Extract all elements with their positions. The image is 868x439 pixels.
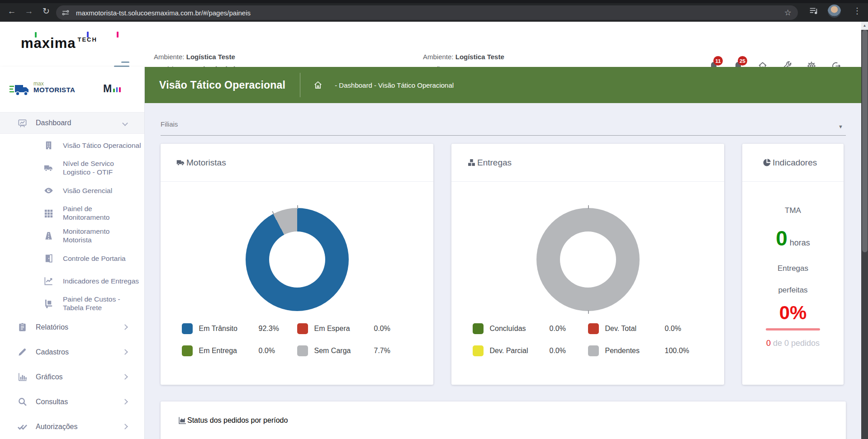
legend-item-em-espera[interactable]: Em Espera 0.0%	[297, 323, 413, 334]
app-header: maximaTECH Ambiente: Logística Teste Usu…	[0, 22, 868, 67]
perfect-deliveries-label-2: perfeitas	[742, 286, 844, 295]
environment-value-2: Logística Teste	[455, 53, 504, 61]
reading-list-icon[interactable]	[809, 6, 819, 16]
entregas-card-header: Entregas	[451, 144, 724, 182]
legend-item-concluidas[interactable]: Concluídas 0.0%	[473, 323, 588, 334]
legend-swatch	[588, 323, 599, 334]
page-scrollbar[interactable]: ▲	[861, 22, 868, 439]
legend-item-em-entrega[interactable]: Em Entrega 0.0%	[182, 345, 297, 356]
browser-toolbar: ← → ↻ maxmotorista-tst.solucoesmaxima.co…	[0, 0, 868, 22]
dashboard-icon	[17, 118, 28, 128]
chevron-right-icon	[122, 324, 128, 330]
area-chart-icon	[178, 415, 187, 425]
status-pedidos-card: Status dos pedidos por período	[161, 401, 846, 439]
entregas-legend: Concluídas 0.0% Dev. Total 0.0% Dev. Par…	[451, 323, 724, 356]
eye-icon	[43, 185, 54, 196]
legend-item-pendentes[interactable]: Pendentes 100.0%	[588, 345, 703, 356]
indicadores-title: Indicadores	[773, 158, 817, 168]
sidebar-item-painel-de-custos-tabela-frete[interactable]: Painel de Custos -Tabela Frete	[0, 292, 144, 315]
breadcrumb-home-icon[interactable]	[313, 80, 323, 90]
sidebar-item-cadastros[interactable]: Cadastros	[0, 340, 144, 364]
legend-swatch	[182, 345, 193, 356]
legend-swatch	[473, 345, 484, 356]
legend-item-sem-carga[interactable]: Sem Carga 7.7%	[297, 345, 413, 356]
app-window: ← → ↻ maxmotorista-tst.solucoesmaxima.co…	[0, 0, 868, 439]
building-icon	[43, 140, 54, 151]
perfect-deliveries-value: 0%	[742, 302, 844, 324]
pencil-icon	[17, 347, 28, 357]
profile-avatar[interactable]	[828, 5, 841, 18]
status-pedidos-header: Status dos pedidos por período	[161, 401, 846, 439]
sidebar-item-painel-de-monitoramento[interactable]: Painel deMonitoramento	[0, 202, 144, 224]
entregas-donut-chart[interactable]	[536, 208, 640, 311]
logo-tick-blue	[87, 32, 89, 38]
door-icon	[43, 253, 54, 264]
legend-swatch	[182, 323, 193, 334]
legend-item-em-transito[interactable]: Em Trânsito 92.3%	[182, 323, 297, 334]
scrollbar-thumb[interactable]	[862, 30, 868, 252]
main-content: Filiais ▼ Motoristas	[145, 103, 861, 439]
environment-value: Logística Teste	[186, 53, 235, 61]
reload-icon[interactable]: ↻	[41, 6, 52, 17]
filiais-label: Filiais	[161, 120, 178, 128]
sidebar-item-graficos[interactable]: Gráficos	[0, 364, 144, 389]
motoristas-card: Motoristas Em Trânsito 92.3%	[161, 144, 433, 385]
sidebar-item-dashboard[interactable]: Dashboard	[0, 112, 144, 134]
sidebar-item-nivel-de-servico-otif[interactable]: Nível de ServicoLogistico - OTIF	[0, 156, 144, 179]
orders-count: 0 de 0 pedidos	[742, 339, 844, 348]
sidebar-item-visao-gerencial[interactable]: Visão Gerencial	[0, 179, 144, 202]
motoristas-card-header: Motoristas	[161, 144, 433, 182]
browser-menu-icon[interactable]: ⋮	[853, 5, 861, 16]
sidebar-item-visao-tatico-operacional[interactable]: Visão Tático Operacional	[0, 134, 144, 156]
sidebar-item-autorizacoes[interactable]: Autorizações	[0, 414, 144, 439]
filiais-select[interactable]: Filiais ▼	[161, 120, 846, 136]
indicadores-card-header: Indicadores	[742, 144, 844, 182]
chevron-down-icon	[122, 120, 128, 126]
sidebar-item-relatorios[interactable]: Relatórios	[0, 315, 144, 340]
donut-hole	[269, 231, 325, 288]
forward-icon[interactable]: →	[24, 6, 34, 17]
legend-item-dev-parcial[interactable]: Dev. Parcial 0.0%	[473, 345, 588, 356]
legend-swatch	[588, 345, 599, 356]
window-frame	[0, 0, 868, 3]
pie-chart-icon	[762, 158, 772, 167]
sidebar-item-indicadores-de-entregas[interactable]: Indicadores de Entregas	[0, 269, 144, 292]
search-icon	[17, 397, 28, 407]
sidebar-item-monitoramento-motorista[interactable]: MonitoramentoMotorista	[0, 224, 144, 247]
legend-swatch	[297, 323, 308, 334]
alerts-badge: 25	[738, 56, 747, 66]
entregas-card: Entregas Concluídas 0.0% Dev. Total	[451, 144, 724, 385]
donut-hole	[560, 231, 616, 288]
scroll-up-arrow[interactable]: ▲	[861, 22, 868, 30]
road-icon	[43, 231, 54, 241]
motoristas-donut-chart[interactable]	[246, 208, 349, 311]
logo-tick-green	[35, 32, 37, 38]
dolly-icon	[43, 298, 54, 309]
perfect-deliveries-underline	[766, 328, 820, 330]
double-check-icon	[17, 421, 28, 432]
sidebar: max MOTORISTA M Dashboard Visão Tático O…	[0, 67, 145, 439]
motoristas-title: Motoristas	[186, 158, 226, 168]
bookmark-star-icon[interactable]: ☆	[784, 8, 792, 18]
url-text[interactable]: maxmotorista-tst.solucoesmaxima.com.br/#…	[76, 9, 784, 17]
legend-item-dev-total[interactable]: Dev. Total 0.0%	[588, 323, 703, 334]
truck-icon	[176, 158, 185, 167]
chevron-right-icon	[122, 424, 128, 430]
chevron-right-icon	[122, 374, 128, 380]
maximatech-logo: maximaTECH	[21, 35, 97, 55]
chart-line-icon	[43, 276, 54, 286]
back-icon[interactable]: ←	[6, 6, 17, 17]
legend-swatch	[297, 345, 308, 356]
perfect-deliveries-label-1: Entregas	[742, 264, 844, 273]
status-pedidos-title: Status dos pedidos por período	[187, 416, 288, 425]
page-title: Visão Tático Operacional	[159, 79, 285, 91]
site-settings-icon[interactable]	[62, 9, 70, 17]
tma-label: TMA	[742, 206, 844, 215]
logo-word: maxima	[21, 35, 76, 51]
sidebar-item-controle-de-portaria[interactable]: Controle de Portaria	[0, 247, 144, 269]
sidebar-item-consultas[interactable]: Consultas	[0, 389, 144, 414]
notifications-badge: 11	[713, 56, 723, 66]
address-bar[interactable]: maxmotorista-tst.solucoesmaxima.com.br/#…	[56, 5, 798, 20]
motoristas-legend: Em Trânsito 92.3% Em Espera 0.0% Em Entr…	[161, 323, 433, 356]
breadcrumb: - Dashboard - Visão Tático Operacional	[335, 81, 454, 89]
